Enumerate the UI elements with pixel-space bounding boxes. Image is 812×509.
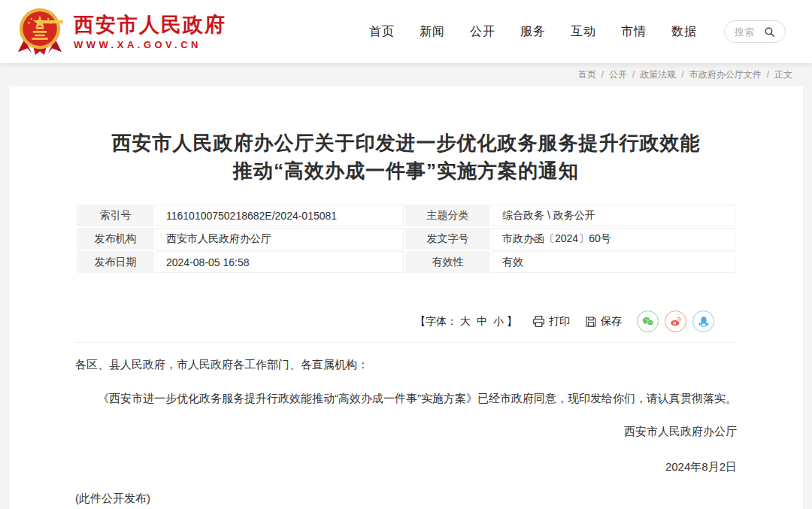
nav-item-home[interactable]: 首页 [369,24,395,40]
page: 西安市人民政府 WWW.XA.GOV.CN 首页 新闻 公开 服务 互动 市情 … [0,0,812,509]
qq-icon [697,315,710,329]
save-button[interactable]: 保存 [585,315,622,329]
document-title-line1: 西安市人民政府办公厅关于印发进一步优化政务服务提升行政效能 [75,129,737,157]
nav-item-public[interactable]: 公开 [470,24,495,40]
font-size-small-button[interactable]: 小 [493,315,504,329]
toolbar-divider-wrap: 【字体： 大 中 小 】 打印 [75,311,737,343]
document-card: 西安市人民政府办公厅关于印发进一步优化政务服务提升行政效能 推动“高效办成一件事… [9,86,803,509]
meta-label-topic-category: 主题分类 [405,205,490,226]
meta-value-issuing-agency: 西安市人民政府办公厅 [156,228,404,250]
salutation: 各区、县人民政府，市人民政府各工作部门、各直属机构： [75,356,737,373]
meta-value-validity: 有效 [492,251,735,273]
weibo-icon [669,315,683,329]
document-title-line2: 推动“高效办成一件事”实施方案的通知 [75,157,737,185]
breadcrumb-separator: / [632,69,635,80]
meta-table: 索引号 11610100750218682E/2024-015081 主题分类 … [75,203,737,274]
logo-text: 西安市人民政府 WWW.XA.GOV.CN [74,13,226,50]
china-national-emblem-icon [17,7,63,56]
share-qq-button[interactable] [692,311,714,332]
search-input[interactable] [735,26,760,38]
font-size-label-suffix: 】 [507,315,517,329]
site-logo[interactable]: 西安市人民政府 WWW.XA.GOV.CN [17,7,226,56]
share-buttons [637,311,714,332]
breadcrumb-policies[interactable]: 政策法规 [640,68,676,81]
breadcrumb-separator: / [767,69,769,80]
breadcrumb-separator: / [601,69,604,80]
breadcrumb-current: 正文 [774,68,792,81]
font-size-label-prefix: 【字体： [415,315,457,329]
site-name: 西安市人民政府 [74,13,226,37]
site-header: 西安市人民政府 WWW.XA.GOV.CN 首页 新闻 公开 服务 互动 市情 … [0,0,812,63]
meta-label-issuing-agency: 发布机构 [77,228,154,250]
printer-icon [532,315,545,328]
site-url: WWW.XA.GOV.CN [74,39,226,50]
save-icon [585,316,597,328]
print-label: 打印 [549,315,570,329]
search-icon[interactable] [764,26,775,38]
meta-row: 索引号 11610100750218682E/2024-015081 主题分类 … [77,205,735,226]
meta-label-validity: 有效性 [405,251,490,273]
meta-value-index-number: 11610100750218682E/2024-015081 [156,205,404,226]
font-size-large-button[interactable]: 大 [460,315,471,329]
save-label: 保存 [601,315,622,329]
meta-row: 发布日期 2024-08-05 16:58 有效性 有效 [77,251,735,273]
meta-value-publish-date: 2024-08-05 16:58 [156,251,404,273]
share-weibo-button[interactable] [665,311,686,332]
meta-row: 发布机构 西安市人民政府办公厅 发文字号 市政办函〔2024〕60号 [77,228,735,250]
main-nav: 首页 新闻 公开 服务 互动 市情 数据 [369,24,697,40]
font-size-medium-button[interactable]: 中 [477,315,487,329]
nav-item-interaction[interactable]: 互动 [571,24,596,40]
font-size-control: 【字体： 大 中 小 】 [415,315,517,329]
meta-label-publish-date: 发布日期 [77,251,154,273]
breadcrumb-office-documents[interactable]: 市政府办公厅文件 [689,68,762,81]
nav-item-data[interactable]: 数据 [671,24,697,40]
meta-label-index-number: 索引号 [77,205,154,226]
share-wechat-button[interactable] [637,311,659,332]
meta-value-document-number: 市政办函〔2024〕60号 [492,228,735,250]
wechat-icon [641,315,655,329]
nav-item-services[interactable]: 服务 [520,24,546,40]
article-toolbar: 【字体： 大 中 小 】 打印 [75,311,737,332]
breadcrumb: 首页 / 公开 / 政策法规 / 市政府办公厅文件 / 正文 [0,63,812,86]
nav-item-news[interactable]: 新闻 [420,24,445,40]
nav-item-city-info[interactable]: 市情 [621,24,647,40]
publish-note: (此件公开发布) [75,489,737,507]
sign-date: 2024年8月2日 [75,458,737,475]
print-button[interactable]: 打印 [532,315,570,329]
signer: 西安市人民政府办公厅 [75,423,737,440]
meta-label-document-number: 发文字号 [405,228,490,250]
search-box[interactable] [724,20,786,43]
breadcrumb-home[interactable]: 首页 [578,68,596,81]
breadcrumb-separator: / [681,69,683,80]
document-title: 西安市人民政府办公厅关于印发进一步优化政务服务提升行政效能 推动“高效办成一件事… [75,129,737,185]
body-paragraph: 《西安市进一步优化政务服务提升行政效能推动“高效办成一件事”实施方案》已经市政府… [75,389,737,407]
breadcrumb-public[interactable]: 公开 [609,68,627,81]
meta-value-topic-category: 综合政务 \ 政务公开 [492,205,735,226]
document-body: 各区、县人民政府，市人民政府各工作部门、各直属机构： 《西安市进一步优化政务服务… [75,356,737,509]
